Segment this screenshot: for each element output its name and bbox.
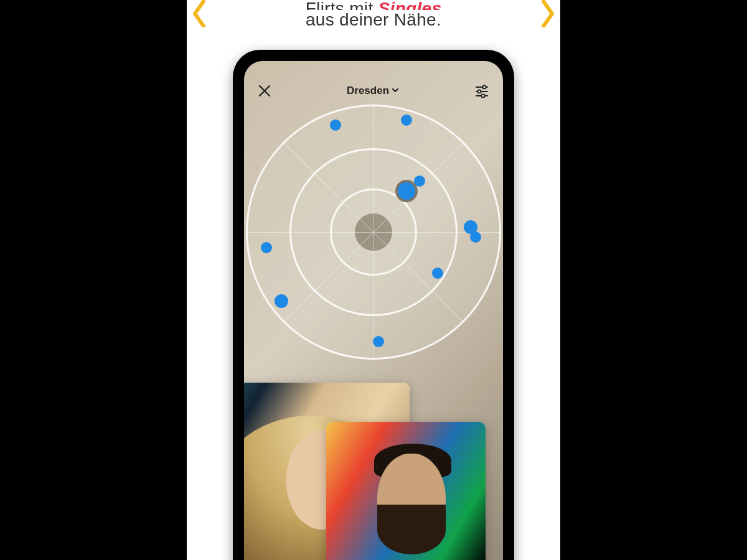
radar-dot[interactable] xyxy=(275,294,288,308)
svg-point-3 xyxy=(477,90,481,93)
close-button[interactable] xyxy=(258,84,271,98)
city-label: Dresden xyxy=(347,85,389,97)
radar-spoke xyxy=(246,232,374,233)
filters-button[interactable] xyxy=(474,83,489,98)
radar-dot[interactable] xyxy=(414,175,425,187)
app-topbar: Dresden xyxy=(244,61,503,105)
tagline-line2: aus deiner Nähe. xyxy=(187,10,560,30)
svg-point-1 xyxy=(482,85,486,88)
radar-dot[interactable] xyxy=(373,336,384,347)
radar-spoke xyxy=(374,105,374,233)
phone-frame: Dresden xyxy=(233,50,514,560)
city-selector[interactable]: Dresden xyxy=(347,85,399,97)
svg-point-5 xyxy=(481,94,484,97)
app-screen: Dresden xyxy=(244,61,503,560)
profile-cards: Elisa, 26 1.2km • Dresden, DE xyxy=(244,384,503,560)
tagline-pre: Flirts mit xyxy=(306,0,374,10)
radar-dot[interactable] xyxy=(432,268,443,279)
radar-dot[interactable] xyxy=(401,114,412,126)
promo-stage: Flirts mit Singles aus deiner Nähe. Dres… xyxy=(187,0,560,560)
profile-photo xyxy=(326,422,486,560)
radar-spoke xyxy=(374,232,501,233)
radar-view[interactable] xyxy=(246,105,501,360)
promo-tagline: Flirts mit Singles aus deiner Nähe. xyxy=(187,0,560,30)
radar-dot[interactable] xyxy=(398,182,415,200)
radar-dot[interactable] xyxy=(261,242,272,253)
radar-dot[interactable] xyxy=(330,119,341,131)
chevron-down-icon xyxy=(392,85,399,97)
radar-dot[interactable] xyxy=(470,231,481,243)
profile-card[interactable]: Basti, 27 200m • Dresden, DE xyxy=(326,422,486,560)
tagline-emph: Singles xyxy=(378,0,442,10)
